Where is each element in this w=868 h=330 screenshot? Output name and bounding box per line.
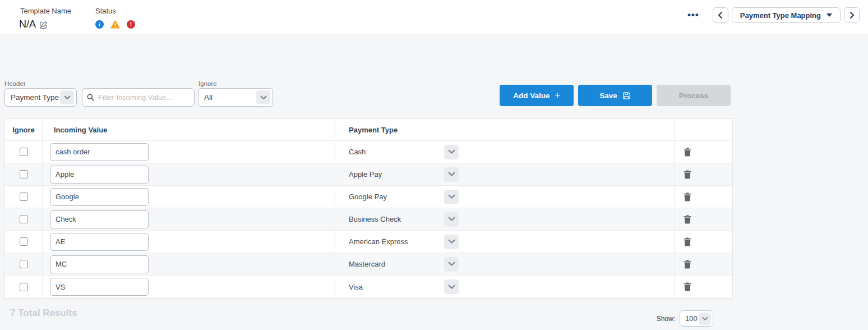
save-label: Save bbox=[599, 91, 617, 100]
template-name-label: Template Name bbox=[20, 7, 71, 15]
payment-type-value: Cash bbox=[349, 148, 366, 156]
incoming-value-input[interactable] bbox=[50, 233, 149, 251]
total-results-text: 7 Total Results bbox=[10, 308, 77, 319]
chevron-down-icon bbox=[448, 172, 455, 177]
mapping-table: Ignore Incoming Value Payment Type Cash bbox=[4, 118, 733, 299]
previous-mapping-button[interactable] bbox=[713, 7, 728, 23]
payment-type-select[interactable] bbox=[444, 257, 459, 272]
payment-type-value: Google Pay bbox=[349, 192, 387, 201]
incoming-value-input[interactable] bbox=[50, 188, 149, 206]
incoming-value-input[interactable] bbox=[50, 143, 149, 161]
incoming-value-input[interactable] bbox=[50, 278, 149, 296]
mapping-selector-button[interactable]: Payment Type Mapping bbox=[732, 7, 841, 23]
mapping-nav: ••• Payment Type Mapping bbox=[687, 7, 860, 23]
payment-type-select[interactable] bbox=[444, 279, 459, 294]
template-name-value: N/A bbox=[19, 19, 36, 30]
table-row: American Express bbox=[5, 231, 732, 253]
delete-row-button[interactable] bbox=[682, 236, 692, 247]
delete-row-button[interactable] bbox=[682, 191, 692, 203]
table-row: Business Check bbox=[5, 208, 732, 231]
payment-type-value: Business Check bbox=[349, 215, 401, 223]
column-header-ignore: Ignore bbox=[5, 119, 43, 140]
chevron-down-icon bbox=[448, 194, 455, 199]
incoming-value-input[interactable] bbox=[50, 210, 149, 228]
caret-down-icon bbox=[827, 13, 832, 17]
header-filter-select[interactable]: Payment Type bbox=[4, 88, 77, 107]
chevron-down-icon bbox=[448, 285, 455, 290]
ignore-checkbox[interactable] bbox=[20, 192, 28, 201]
payment-type-select[interactable] bbox=[444, 167, 459, 182]
next-mapping-button[interactable] bbox=[844, 7, 860, 23]
table-row: Cash bbox=[5, 141, 732, 163]
info-icon[interactable]: i bbox=[95, 20, 104, 29]
ignore-filter-select[interactable]: All bbox=[198, 88, 273, 107]
table-row: Google Pay bbox=[5, 186, 732, 208]
delete-row-button[interactable] bbox=[682, 214, 692, 225]
column-header-incoming-value: Incoming Value bbox=[43, 119, 335, 140]
trash-icon bbox=[684, 192, 691, 201]
delete-row-button[interactable] bbox=[682, 259, 692, 270]
ignore-checkbox[interactable] bbox=[20, 170, 28, 178]
add-value-label: Add Value bbox=[513, 91, 550, 100]
table-header-row: Ignore Incoming Value Payment Type bbox=[5, 119, 732, 141]
ignore-filter-value: All bbox=[204, 93, 213, 102]
chevron-down-icon bbox=[448, 262, 455, 267]
page-size-control: Show: 100 bbox=[657, 310, 713, 327]
payment-type-select[interactable] bbox=[444, 145, 459, 159]
payment-type-select[interactable] bbox=[444, 235, 459, 249]
delete-row-button[interactable] bbox=[682, 169, 692, 180]
process-label: Process bbox=[679, 91, 709, 100]
ignore-checkbox[interactable] bbox=[20, 148, 28, 156]
header-filter-label: Header bbox=[4, 80, 26, 87]
ignore-checkbox[interactable] bbox=[20, 283, 28, 291]
plus-icon: + bbox=[555, 91, 560, 100]
incoming-value-search bbox=[82, 88, 195, 107]
trash-icon bbox=[684, 215, 691, 224]
status-group: Status i ! bbox=[95, 7, 135, 29]
edit-icon[interactable] bbox=[39, 21, 48, 29]
add-value-button[interactable]: Add Value + bbox=[500, 85, 574, 106]
payment-type-select[interactable] bbox=[444, 190, 459, 204]
ignore-filter-label: Ignore bbox=[198, 80, 217, 87]
trash-icon bbox=[684, 282, 691, 291]
save-button[interactable]: Save bbox=[578, 85, 652, 106]
template-name-group: Template Name N/A bbox=[20, 7, 71, 30]
ignore-checkbox[interactable] bbox=[20, 215, 28, 223]
delete-row-button[interactable] bbox=[682, 281, 692, 292]
chevron-down-icon bbox=[699, 313, 711, 325]
search-input[interactable] bbox=[98, 93, 190, 102]
page-size-value: 100 bbox=[685, 314, 698, 323]
chevron-down-icon bbox=[448, 239, 455, 244]
chevron-left-icon bbox=[718, 12, 723, 19]
trash-icon bbox=[684, 148, 691, 157]
payment-type-value: Visa bbox=[349, 283, 363, 291]
ignore-checkbox[interactable] bbox=[20, 260, 28, 268]
warning-icon[interactable] bbox=[110, 20, 120, 29]
topbar: Template Name N/A Status i ! bbox=[0, 0, 868, 34]
chevron-right-icon bbox=[849, 12, 855, 19]
chevron-down-icon bbox=[60, 90, 74, 104]
save-icon bbox=[622, 91, 631, 100]
page-size-select[interactable]: 100 bbox=[680, 310, 713, 327]
process-button[interactable]: Process bbox=[657, 85, 731, 106]
table-row: Visa bbox=[5, 276, 732, 298]
delete-row-button[interactable] bbox=[682, 146, 692, 158]
payment-type-select[interactable] bbox=[444, 212, 459, 227]
payment-type-value: Apple Pay bbox=[349, 170, 382, 178]
error-icon[interactable]: ! bbox=[127, 20, 135, 29]
header-filter-value: Payment Type bbox=[11, 93, 59, 102]
incoming-value-input[interactable] bbox=[50, 166, 149, 184]
payment-type-value: American Express bbox=[349, 237, 408, 246]
trash-icon bbox=[684, 170, 691, 179]
trash-icon bbox=[684, 260, 691, 269]
incoming-value-input[interactable] bbox=[50, 255, 149, 273]
chevron-down-icon bbox=[256, 90, 270, 104]
chevron-down-icon bbox=[448, 149, 455, 154]
trash-icon bbox=[684, 237, 691, 246]
ignore-checkbox[interactable] bbox=[20, 237, 28, 246]
more-options-icon[interactable]: ••• bbox=[687, 7, 699, 23]
status-label: Status bbox=[95, 7, 135, 15]
payment-type-value: Mastercard bbox=[349, 260, 385, 268]
mapping-selector-label: Payment Type Mapping bbox=[740, 11, 821, 20]
column-header-payment-type: Payment Type bbox=[335, 119, 675, 140]
